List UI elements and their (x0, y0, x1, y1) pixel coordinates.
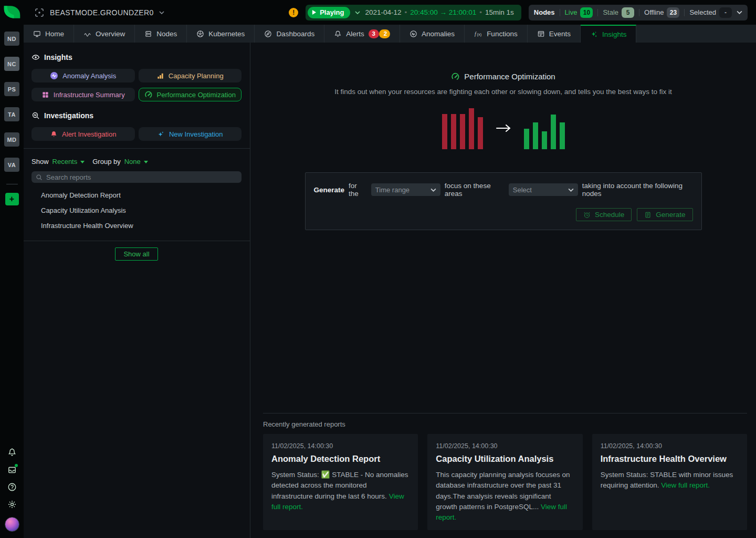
tab-alerts[interactable]: Alerts 3 2 (324, 25, 400, 43)
alerts-critical-badge: 3 (369, 29, 379, 38)
help-icon[interactable] (7, 482, 17, 492)
main-nav-tabs: Home Overview Nodes Kubernetes Dashboard… (24, 25, 756, 43)
anomaly-analysis-button[interactable]: Anomaly Analysis (32, 69, 135, 82)
alarm-clock-icon (583, 211, 591, 219)
netdata-logo-icon (3, 3, 22, 21)
stale-nodes: Stale 5 (603, 7, 634, 18)
space-item-nd[interactable]: ND (4, 32, 19, 46)
infrastructure-summary-button[interactable]: Infrastructure Summary (32, 88, 135, 101)
selected-label: Selected (689, 8, 716, 16)
recently-generated-title: Recently generated reports (263, 420, 747, 428)
space-item-md[interactable]: MD (4, 132, 19, 147)
show-all-wrap: Show all (32, 241, 242, 267)
show-label: Show (32, 158, 49, 165)
search-reports-input[interactable] (46, 173, 237, 181)
play-icon (312, 10, 317, 15)
tab-overview[interactable]: Overview (74, 25, 135, 43)
node-focus-icon (34, 7, 45, 18)
report-list-item[interactable]: Infrastructure Health Overview (32, 218, 242, 233)
red-bar (469, 108, 474, 149)
capacity-planning-label: Capacity Planning (169, 72, 224, 80)
report-list-item[interactable]: Capacity Utilization Analysis (32, 203, 242, 218)
capacity-planning-button[interactable]: Capacity Planning (139, 69, 242, 82)
settings-gear-icon[interactable] (7, 500, 17, 509)
functions-fx-icon: f(x) (474, 29, 482, 38)
report-title: Anomaly Detection Report (271, 454, 410, 464)
red-bar (451, 114, 456, 149)
focus-areas-select[interactable]: Select (509, 183, 578, 196)
group-by-dropdown[interactable]: None (124, 158, 148, 165)
playing-pill[interactable]: Playing (308, 7, 350, 18)
page-subtitle: It finds out when your resources are fig… (250, 88, 756, 96)
time-range-picker[interactable]: Playing 2021-04-12 • 20:45:00 → 21:00:01… (306, 5, 521, 20)
new-investigation-button[interactable]: New Investigation (139, 127, 242, 141)
warning-icon[interactable]: ! (289, 8, 298, 17)
tab-label: Overview (96, 30, 125, 38)
page-title: Performance Optimization (464, 72, 555, 81)
tab-dashboards[interactable]: Dashboards (255, 25, 324, 43)
report-list-item[interactable]: Anomaly Detection Report (32, 188, 242, 203)
view-full-report-link[interactable]: View full report. (661, 481, 710, 489)
inbox-news-icon[interactable] (7, 465, 17, 474)
topbar-right-group: ! Playing 2021-04-12 • 20:45:00 → 21:00:… (289, 5, 748, 20)
time-range-select[interactable]: Time range (371, 183, 440, 196)
report-summary-text: System Status: ✅ STABLE - No anomalies d… (271, 471, 408, 500)
recent-reports-list: Anomaly Detection Report Capacity Utiliz… (32, 188, 242, 233)
tab-functions[interactable]: f(x) Functions (465, 25, 528, 43)
gauge-icon (451, 72, 460, 81)
schedule-button[interactable]: Schedule (576, 208, 632, 221)
selected-count-badge: - (719, 7, 732, 18)
tab-events[interactable]: Events (528, 25, 581, 43)
tab-anomalies[interactable]: Anomalies (400, 25, 465, 43)
space-item-ps[interactable]: PS (4, 82, 19, 96)
inbox-unread-dot (15, 464, 18, 467)
green-bar (533, 122, 538, 149)
node-space-picker[interactable]: BEASTMODE.GROUNDZER0 (34, 7, 164, 18)
optimization-illustration (250, 107, 756, 149)
green-bars (524, 107, 565, 149)
space-item-va[interactable]: VA (4, 158, 19, 172)
search-reports-box[interactable] (32, 171, 242, 183)
tab-label: Dashboards (276, 30, 314, 38)
notifications-bell-icon[interactable] (7, 448, 17, 457)
user-avatar[interactable] (5, 517, 19, 532)
nodes-status-dropdown[interactable]: Nodes Live 10 Stale 5 Offline 23 (529, 5, 748, 20)
show-all-button[interactable]: Show all (115, 247, 158, 261)
performance-optimization-button[interactable]: Performance Optimization (139, 88, 242, 101)
sparkles-icon (590, 30, 598, 38)
svg-text:(x): (x) (477, 32, 482, 37)
tab-insights[interactable]: Insights (581, 25, 637, 43)
green-bar (524, 129, 529, 149)
chevron-down-icon[interactable] (355, 11, 360, 14)
tab-label: Alerts (346, 30, 364, 38)
insights-main: Performance Optimization It finds out wh… (250, 43, 756, 538)
insights-sidebar: Insights Anomaly Analysis Capacity Plann… (24, 43, 250, 538)
chevron-down-icon (568, 188, 574, 192)
tab-home[interactable]: Home (24, 25, 74, 43)
sidebar-divider (24, 148, 250, 149)
alerts-warning-badge: 2 (379, 29, 390, 38)
alert-investigation-button[interactable]: Alert Investigation (32, 127, 135, 141)
report-cards: 11/02/2025, 14:00:30 Anomaly Detection R… (263, 434, 747, 530)
insights-title: Insights (44, 53, 72, 61)
divider (597, 9, 598, 16)
show-dropdown[interactable]: Recents (52, 158, 85, 165)
tab-kubernetes[interactable]: Kubernetes (187, 25, 255, 43)
chevron-down-icon[interactable] (737, 11, 742, 14)
offline-count-badge: 23 (667, 7, 679, 18)
red-bar (478, 117, 483, 149)
space-item-ta[interactable]: TA (4, 107, 19, 121)
investigations-title: Investigations (44, 111, 93, 120)
tab-label: Anomalies (422, 30, 455, 38)
arrow-right-icon (496, 123, 511, 133)
tab-nodes[interactable]: Nodes (135, 25, 187, 43)
show-value: Recents (52, 158, 78, 165)
caret-down-icon (80, 161, 85, 163)
generate-actions: Schedule Generate (314, 208, 693, 221)
generate-button[interactable]: Generate (637, 208, 692, 221)
generate-label: Generate (656, 211, 685, 219)
insights-section-header: Insights (32, 53, 242, 61)
space-item-nc[interactable]: NC (4, 57, 19, 71)
document-icon (644, 211, 652, 219)
add-space-button[interactable]: + (5, 193, 19, 205)
